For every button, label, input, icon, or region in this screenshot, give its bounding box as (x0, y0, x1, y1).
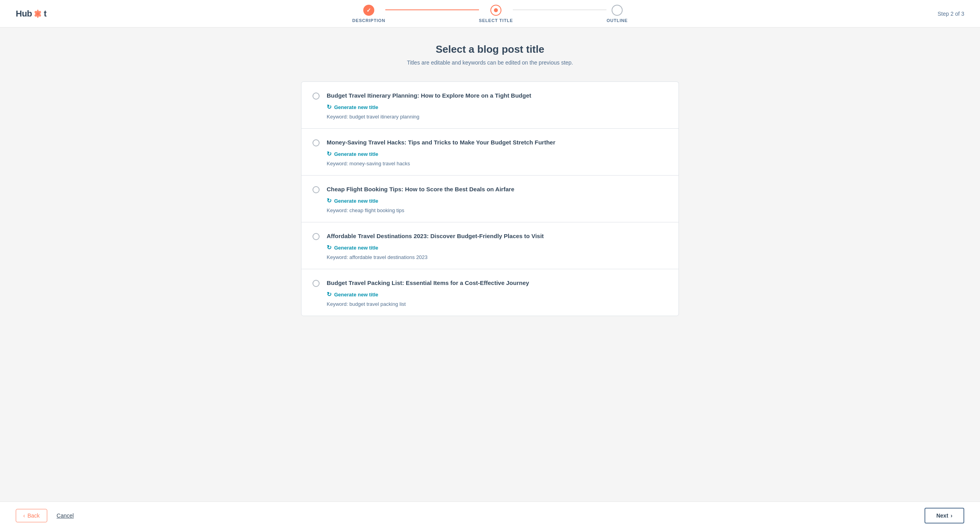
radio-btn-3[interactable] (312, 186, 320, 193)
card-title-3: Cheap Flight Booking Tips: How to Score … (327, 185, 668, 193)
card-body-5: Budget Travel Packing List: Essential It… (327, 279, 668, 307)
step-circle-select-title (490, 5, 501, 16)
stepper: ✓ DESCRIPTION SELECT TITLE OUTLINE (352, 5, 628, 23)
back-label: Back (28, 512, 40, 519)
step-label-description: DESCRIPTION (352, 18, 385, 23)
generate-label-1: Generate new title (334, 104, 378, 110)
page-title: Select a blog post title (436, 43, 544, 55)
radio-btn-2[interactable] (312, 139, 320, 146)
refresh-icon-3: ↻ (327, 197, 332, 204)
logo: Hub t (16, 9, 46, 19)
footer: ‹ Back Cancel Next › (0, 501, 980, 529)
step-circle-description: ✓ (363, 5, 374, 16)
card-title-5: Budget Travel Packing List: Essential It… (327, 279, 668, 287)
back-button[interactable]: ‹ Back (16, 509, 47, 522)
card-body-2: Money-Saving Travel Hacks: Tips and Tric… (327, 138, 668, 166)
step-label-select-title: SELECT TITLE (479, 18, 513, 23)
generate-label-2: Generate new title (334, 151, 378, 157)
step-outline: OUTLINE (606, 5, 628, 23)
step-line-2 (513, 9, 606, 10)
chevron-right-icon: › (950, 512, 952, 519)
generate-btn-4[interactable]: ↻ Generate new title (327, 244, 378, 251)
header: Hub t ✓ DESCRIPTION SELECT TITLE (0, 0, 980, 28)
card-body-4: Affordable Travel Destinations 2023: Dis… (327, 232, 668, 260)
title-card-5[interactable]: Budget Travel Packing List: Essential It… (301, 269, 679, 316)
card-keyword-4: Keyword: affordable travel destinations … (327, 254, 668, 260)
generate-btn-1[interactable]: ↻ Generate new title (327, 104, 378, 111)
generate-label-5: Generate new title (334, 292, 378, 298)
refresh-icon-1: ↻ (327, 104, 332, 111)
refresh-icon-5: ↻ (327, 291, 332, 298)
step-description: ✓ DESCRIPTION (352, 5, 385, 23)
generate-btn-5[interactable]: ↻ Generate new title (327, 291, 378, 298)
step-label-outline: OUTLINE (606, 18, 628, 23)
generate-label-3: Generate new title (334, 198, 378, 204)
title-card-2[interactable]: Money-Saving Travel Hacks: Tips and Tric… (301, 128, 679, 175)
footer-left: ‹ Back Cancel (16, 509, 74, 522)
card-keyword-2: Keyword: money-saving travel hacks (327, 161, 668, 166)
card-keyword-1: Keyword: budget travel itinerary plannin… (327, 114, 668, 120)
title-card-4[interactable]: Affordable Travel Destinations 2023: Dis… (301, 222, 679, 269)
cancel-button[interactable]: Cancel (57, 512, 74, 519)
generate-label-4: Generate new title (334, 245, 378, 251)
page-subtitle: Titles are editable and keywords can be … (407, 59, 573, 66)
sprocket-icon (33, 9, 42, 18)
step-circle-outline (612, 5, 623, 16)
svg-point-1 (37, 13, 39, 15)
step-select-title: SELECT TITLE (479, 5, 513, 23)
radio-btn-4[interactable] (312, 233, 320, 240)
card-title-2: Money-Saving Travel Hacks: Tips and Tric… (327, 138, 668, 146)
card-keyword-3: Keyword: cheap flight booking tips (327, 207, 668, 213)
chevron-left-icon: ‹ (23, 512, 25, 519)
card-body-3: Cheap Flight Booking Tips: How to Score … (327, 185, 668, 213)
title-card-1[interactable]: Budget Travel Itinerary Planning: How to… (301, 81, 679, 128)
step-indicator: Step 2 of 3 (937, 11, 964, 17)
next-label: Next (936, 512, 948, 519)
next-button[interactable]: Next › (925, 508, 964, 523)
generate-btn-2[interactable]: ↻ Generate new title (327, 150, 378, 157)
generate-btn-3[interactable]: ↻ Generate new title (327, 197, 378, 204)
card-title-1: Budget Travel Itinerary Planning: How to… (327, 91, 668, 100)
title-card-3[interactable]: Cheap Flight Booking Tips: How to Score … (301, 175, 679, 222)
radio-btn-5[interactable] (312, 280, 320, 287)
step-line-1 (385, 9, 479, 10)
card-body-1: Budget Travel Itinerary Planning: How to… (327, 91, 668, 120)
logo-text-2: t (44, 9, 46, 19)
refresh-icon-2: ↻ (327, 150, 332, 157)
logo-text: Hub (16, 9, 32, 19)
card-title-4: Affordable Travel Destinations 2023: Dis… (327, 232, 668, 240)
title-options-list: Budget Travel Itinerary Planning: How to… (301, 81, 679, 316)
main-content: Select a blog post title Titles are edit… (0, 28, 980, 529)
radio-btn-1[interactable] (312, 92, 320, 100)
card-keyword-5: Keyword: budget travel packing list (327, 301, 668, 307)
refresh-icon-4: ↻ (327, 244, 332, 251)
